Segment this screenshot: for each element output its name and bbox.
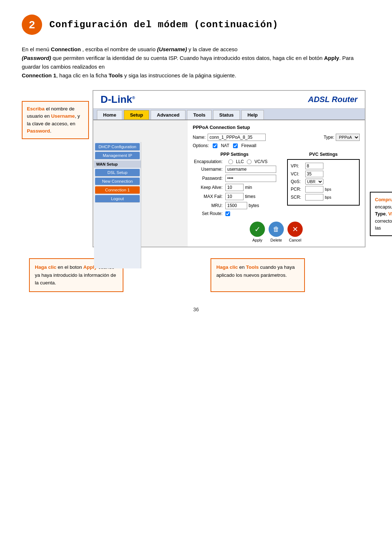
setroute-label: Set Route:: [193, 211, 225, 216]
sidebar-item-connection1[interactable]: Connection 1: [95, 186, 140, 194]
adsl-title: ADSL Router: [308, 95, 358, 104]
password-label: Password:: [193, 176, 225, 181]
name-input[interactable]: [208, 134, 266, 141]
qos-row: QoS: UBR: [291, 179, 356, 185]
encap-vc-label: VC/VS: [254, 159, 268, 164]
name-type-row: Name: Type: PPPoA: [193, 134, 360, 141]
apply-button[interactable]: ✓ Apply: [250, 222, 265, 242]
router-inner: DHCP Configuration Management IP WAN Set…: [93, 120, 365, 247]
maxfail-unit: times: [245, 194, 256, 199]
keepalive-label: Keep Alive:: [193, 185, 225, 190]
sidebar-item-dhcp[interactable]: DHCP Configuration: [95, 143, 140, 151]
mru-unit: bytes: [249, 203, 259, 208]
nat-label: NAT: [221, 143, 229, 148]
delete-label: Delete: [270, 238, 282, 242]
cancel-label: Cancel: [289, 238, 301, 242]
sidebar-item-dsl-setup[interactable]: DSL Setup: [95, 169, 140, 177]
sidebar-item-new-connection[interactable]: New Connection: [95, 178, 140, 185]
scr-label: SCR:: [291, 195, 305, 200]
delete-button[interactable]: 🗑 Delete: [269, 222, 284, 242]
content-layout: Escriba el nombre de usuario en Username…: [22, 90, 370, 247]
type-label: Type:: [324, 135, 334, 140]
options-row: Options: NAT Firewall: [193, 143, 360, 148]
scr-input[interactable]: [305, 194, 323, 200]
pvc-box: VPI: VCI: QoS: UBR: [287, 159, 360, 206]
pvc-settings: PVC Settings VPI: VCI:: [287, 152, 360, 218]
nav-tab-home[interactable]: Home: [97, 110, 122, 119]
mru-input[interactable]: [225, 202, 247, 209]
username-input[interactable]: [225, 166, 276, 173]
ppp-settings-title: PPP Settings: [193, 152, 276, 157]
keepalive-row: Keep Alive: min: [193, 184, 276, 191]
router-frame: D-Link® ADSL Router Home Setup Advanced …: [93, 90, 366, 247]
type-select[interactable]: PPPoA: [336, 134, 360, 141]
scr-unit: bps: [325, 195, 331, 199]
ppp-settings: PPP Settings Encapsulation: LLC VC/VS Us…: [193, 152, 280, 218]
page: 2 Configuración del módem (continuación)…: [22, 15, 370, 312]
pcr-label: PCR:: [291, 187, 305, 192]
sidebar-item-logout[interactable]: Logout: [95, 195, 140, 203]
mru-row: MRU: bytes: [193, 202, 276, 209]
dlink-logo: D-Link®: [101, 94, 135, 105]
two-col-settings: PPP Settings Encapsulation: LLC VC/VS Us…: [193, 152, 360, 218]
username-row: Username:: [193, 166, 276, 173]
encap-llc-label: LLC: [236, 159, 244, 164]
firewall-checkbox[interactable]: [233, 143, 238, 148]
maxfail-label: MAX Fail:: [193, 194, 225, 199]
qos-select[interactable]: UBR: [305, 179, 323, 185]
router-sidebar: DHCP Configuration Management IP WAN Set…: [94, 142, 141, 268]
vci-input[interactable]: [305, 171, 323, 177]
vpi-row: VPI:: [291, 163, 356, 169]
maxfail-row: MAX Fail: times: [193, 193, 276, 200]
options-label: Options:: [193, 143, 209, 148]
intro-text: En el menú Connection , escriba el nombr…: [22, 45, 370, 80]
vci-row: VCI:: [291, 171, 356, 177]
pcr-input[interactable]: [305, 186, 323, 193]
username-label: Username:: [193, 167, 225, 172]
password-input[interactable]: [225, 175, 276, 182]
page-title: Configuración del módem (continuación): [49, 19, 278, 30]
firewall-label: Firewall: [241, 143, 256, 148]
vpi-input[interactable]: [305, 163, 323, 169]
right-callout: Compruebe la encapsulación PPP Type, VPI…: [370, 192, 392, 236]
name-label: Name:: [193, 135, 205, 140]
encap-label: Encapsulation:: [193, 159, 225, 164]
router-nav: Home Setup Advanced Tools Status Help: [93, 109, 365, 120]
sidebar-item-management-ip[interactable]: Management IP: [95, 152, 140, 159]
qos-label: QoS:: [291, 179, 305, 184]
scr-row: SCR: bps: [291, 194, 356, 200]
nav-tab-advanced[interactable]: Advanced: [151, 110, 185, 119]
setroute-checkbox[interactable]: [225, 211, 230, 216]
section-title: PPPoA Connection Setup: [193, 125, 360, 130]
pcr-unit: bps: [325, 187, 331, 191]
page-header: 2 Configuración del módem (continuación): [22, 15, 370, 35]
nav-tab-status[interactable]: Status: [213, 110, 240, 119]
nat-checkbox[interactable]: [213, 143, 217, 148]
maxfail-input[interactable]: [225, 193, 244, 200]
pcr-row: PCR: bps: [291, 186, 356, 193]
encap-llc-radio[interactable]: [228, 159, 233, 164]
encap-vc-radio[interactable]: [247, 159, 252, 164]
nav-tab-tools[interactable]: Tools: [187, 110, 212, 119]
bottom-callouts: Haga clic en el boton Apply cuando ya ha…: [22, 258, 370, 292]
vpi-label: VPI:: [291, 163, 305, 169]
main-router-content: PPPoA Connection Setup Name: Type: PPPoA: [188, 120, 365, 247]
cancel-button[interactable]: ✕ Cancel: [287, 222, 303, 242]
callout-top: Escriba el nombre de usuario en Username…: [22, 101, 89, 139]
encapsulation-row: Encapsulation: LLC VC/VS: [193, 159, 276, 164]
vci-label: VCI:: [291, 171, 305, 177]
callout-tools: Haga clic en Tools cuando ya haya aplica…: [211, 258, 305, 292]
pvc-settings-title: PVC Settings: [287, 152, 360, 157]
page-number: 36: [22, 307, 370, 312]
sidebar-section-wan: WAN Setup: [94, 161, 141, 168]
buttons-row: ✓ Apply 🗑 Delete ✕ Cancel: [193, 222, 360, 242]
step-circle: 2: [22, 15, 42, 35]
keepalive-unit: min: [245, 185, 252, 190]
nav-tab-setup[interactable]: Setup: [124, 110, 149, 119]
keepalive-input[interactable]: [225, 184, 244, 191]
mru-label: MRU:: [193, 203, 225, 208]
setroute-row: Set Route:: [193, 211, 276, 216]
apply-label: Apply: [252, 238, 262, 242]
nav-tab-help[interactable]: Help: [241, 110, 264, 119]
router-header: D-Link® ADSL Router: [93, 91, 365, 109]
